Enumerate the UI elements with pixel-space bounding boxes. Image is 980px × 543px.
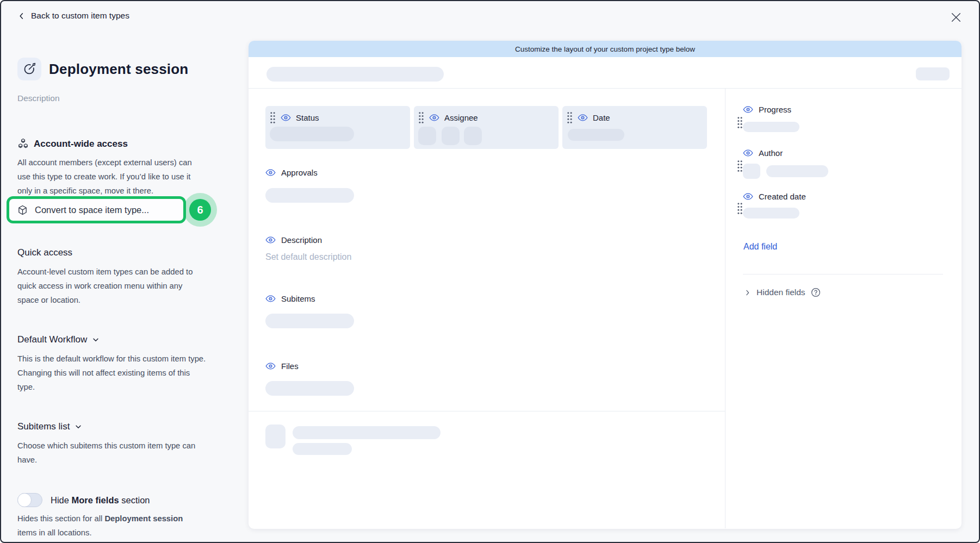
chevron-down-icon: [92, 336, 100, 344]
panel-field-label: Author: [759, 148, 783, 158]
header-action-placeholder: [916, 67, 950, 80]
eye-icon[interactable]: [429, 113, 439, 123]
toggle-knob: [17, 493, 32, 507]
field-label: Status: [296, 113, 319, 122]
subitems-list-label: Subitems list: [17, 421, 70, 432]
label-segment-bold: More fields: [72, 495, 119, 505]
panel-field-label: Created date: [759, 192, 806, 201]
hide-more-fields-row: Hide More fields section: [17, 493, 150, 507]
back-link[interactable]: Back to custom item types: [17, 11, 129, 21]
cube-icon: [17, 204, 28, 216]
sidebar-item-description[interactable]: Description: [17, 93, 60, 103]
set-default-description-link[interactable]: Set default description: [265, 252, 351, 262]
eye-icon[interactable]: [265, 361, 276, 371]
close-button[interactable]: [950, 9, 967, 26]
account-wide-access-label: Account-wide access: [34, 139, 128, 149]
preview-item-header: [249, 57, 962, 89]
progress-placeholder: [743, 122, 799, 132]
avatar-placeholder: [418, 127, 436, 145]
cubes-icon: [17, 138, 29, 149]
question-circle-icon[interactable]: [811, 288, 821, 297]
files-placeholder: [265, 381, 354, 396]
section-description: Description: [265, 235, 322, 245]
label-segment: Hide: [51, 495, 72, 505]
eye-icon[interactable]: [265, 167, 276, 178]
account-wide-access-heading: Account-wide access: [17, 138, 128, 149]
section-files: Files: [265, 361, 299, 371]
eye-icon[interactable]: [743, 191, 753, 202]
comments-divider: [249, 411, 725, 411]
desc-segment-bold: Deployment session: [104, 514, 183, 523]
avatar-placeholder: [442, 127, 460, 145]
convert-to-space-item-type-button[interactable]: Convert to space item type...: [7, 196, 186, 223]
hidden-fields-toggle[interactable]: Hidden fields: [744, 288, 821, 297]
item-title-placeholder: [266, 67, 444, 82]
avatar-placeholder: [464, 127, 482, 145]
panel-field-author[interactable]: Author: [743, 148, 783, 158]
hide-more-fields-description: Hides this section for all Deployment se…: [17, 511, 200, 540]
customize-layout-banner: Customize the layout of your custom proj…: [249, 41, 962, 57]
account-wide-access-description: All account members (except external use…: [17, 155, 207, 198]
eye-icon[interactable]: [578, 113, 588, 123]
back-link-label: Back to custom item types: [31, 11, 129, 21]
eye-icon[interactable]: [281, 113, 291, 123]
drag-handle-icon[interactable]: [737, 160, 743, 172]
section-approvals: Approvals: [265, 167, 318, 178]
date-value-placeholder: [568, 129, 624, 141]
hidden-fields-divider: [743, 274, 943, 274]
add-field-link[interactable]: Add field: [743, 242, 777, 252]
comment-line-placeholder: [293, 426, 441, 439]
field-card-date[interactable]: Date: [562, 106, 707, 149]
field-card-status[interactable]: Status: [265, 106, 410, 149]
panel-field-label: Progress: [759, 105, 791, 114]
section-label: Files: [281, 361, 299, 371]
eye-icon[interactable]: [265, 235, 276, 245]
field-card-assignee[interactable]: Assignee: [414, 106, 559, 149]
label-segment: section: [119, 495, 150, 505]
subitems-list-heading[interactable]: Subitems list: [17, 421, 82, 432]
drag-handle-icon[interactable]: [270, 111, 276, 124]
section-label: Approvals: [281, 168, 318, 177]
section-label: Subitems: [281, 294, 315, 303]
eye-icon[interactable]: [265, 294, 276, 304]
dart-icon: [22, 62, 36, 76]
quick-access-description: Account-level custom item types can be a…: [17, 265, 205, 307]
default-workflow-heading[interactable]: Default Workflow: [17, 334, 100, 345]
chevron-down-icon: [75, 423, 82, 430]
hidden-fields-label: Hidden fields: [756, 288, 805, 297]
drag-handle-icon[interactable]: [418, 111, 424, 124]
quick-access-label: Quick access: [17, 247, 72, 258]
layout-preview-card: Customize the layout of your custom proj…: [249, 41, 962, 529]
default-workflow-description: This is the default workflow for this cu…: [17, 352, 208, 394]
field-label: Date: [593, 113, 610, 122]
author-name-placeholder: [766, 165, 828, 177]
drag-handle-icon[interactable]: [737, 116, 743, 129]
tutorial-step-badge: 6: [189, 199, 211, 221]
comment-avatar-placeholder: [265, 425, 286, 448]
panel-field-progress[interactable]: Progress: [743, 104, 791, 115]
created-date-placeholder: [743, 208, 799, 219]
default-workflow-label: Default Workflow: [17, 334, 87, 345]
drag-handle-icon[interactable]: [567, 111, 573, 124]
eye-icon[interactable]: [743, 148, 753, 158]
eye-icon[interactable]: [743, 104, 753, 115]
convert-button-label: Convert to space item type...: [35, 205, 149, 215]
subitems-placeholder: [265, 314, 354, 328]
item-type-icon-badge: [17, 58, 41, 80]
preview-main-column: Status Assignee: [249, 89, 725, 528]
page-title: Deployment session: [49, 61, 188, 78]
author-avatar-placeholder: [743, 164, 760, 179]
hide-more-fields-toggle[interactable]: [17, 493, 42, 507]
drag-handle-icon[interactable]: [737, 202, 743, 215]
panel-field-created-date[interactable]: Created date: [743, 191, 806, 202]
custom-item-type-settings-dialog: Back to custom item types Deployment ses…: [0, 0, 980, 543]
approvals-placeholder: [265, 188, 354, 203]
subitems-list-description: Choose which subitems this custom item t…: [17, 439, 202, 467]
chevron-right-icon: [744, 289, 751, 296]
section-subitems: Subitems: [265, 294, 315, 304]
status-value-placeholder: [270, 127, 354, 141]
hide-more-fields-label: Hide More fields section: [51, 495, 150, 505]
quick-access-heading: Quick access: [17, 247, 72, 258]
item-type-title-row: Deployment session: [17, 58, 188, 80]
chevron-left-icon: [17, 12, 26, 20]
